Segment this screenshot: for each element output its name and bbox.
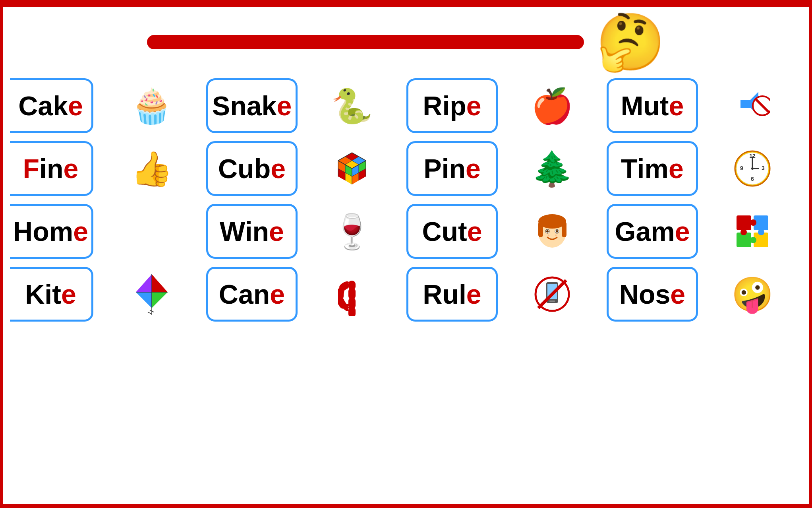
svg-text:6: 6: [751, 176, 754, 182]
word-box-cube: Cube: [206, 141, 298, 196]
title-box: [147, 35, 584, 49]
grid-cell-r1-c7: 12 9 3 6: [704, 139, 801, 198]
svg-marker-59: [152, 274, 168, 292]
grid-cell-r0-c4: Ripe: [404, 76, 501, 136]
svg-point-57: [750, 237, 756, 243]
emoji-cute: [526, 204, 578, 259]
grid-cell-r3-c0: Kite: [3, 264, 100, 324]
svg-rect-74: [549, 301, 555, 302]
grid-cell-r3-c7: 🤪: [704, 264, 801, 324]
word-box-ripe: Ripe: [406, 78, 498, 133]
emoji-ripe: 🍎: [526, 78, 578, 133]
grid-cell-r1-c6: Time: [604, 139, 701, 198]
bottom-bar: [3, 504, 812, 508]
word-box-cake: Cake: [10, 78, 93, 133]
svg-point-47: [556, 230, 558, 233]
word-text-mute: Mute: [621, 90, 684, 121]
grid-cell-r3-c5: [504, 264, 601, 324]
grid-cell-r2-c1: [103, 202, 200, 261]
word-box-nose: Nose: [607, 267, 698, 322]
word-text-cube: Cube: [218, 153, 286, 184]
grid-cell-r3-c6: Nose: [604, 264, 701, 324]
emoji-kite: [126, 267, 178, 322]
word-text-cute: Cute: [422, 216, 482, 247]
word-text-snake: Snake: [212, 90, 292, 121]
word-box-game: Game: [607, 204, 698, 259]
svg-rect-43: [562, 221, 566, 237]
svg-text:3: 3: [762, 165, 765, 171]
grid-cell-r3-c1: [103, 264, 200, 324]
word-text-game: Game: [615, 216, 690, 247]
word-box-mute: Mute: [607, 78, 698, 133]
word-text-pine: Pine: [423, 153, 481, 184]
emoji-pine: 🌲: [526, 141, 578, 196]
grid-cell-r3-c3: [304, 264, 400, 324]
grid-cell-r2-c0: Home: [3, 202, 100, 261]
grid-cell-r3-c2: Cane: [203, 264, 300, 324]
grid-cell-r1-c2: Cube: [203, 139, 300, 198]
top-bar: [3, 3, 809, 7]
grid-cell-r0-c7: [704, 76, 801, 136]
emoji-rule: [526, 267, 578, 322]
svg-rect-50: [737, 215, 751, 230]
thinking-emoji: 🤔: [596, 14, 665, 70]
grid-cell-r0-c5: 🍎: [504, 76, 601, 136]
grid-cell-r2-c4: Cute: [404, 202, 501, 261]
word-text-home: Home: [13, 216, 88, 247]
svg-marker-62: [152, 292, 168, 308]
emoji-cube: [326, 141, 378, 196]
emoji-cake: 🧁: [126, 78, 178, 133]
emoji-wine: 🍷: [326, 204, 378, 259]
svg-rect-42: [538, 221, 543, 237]
word-box-fine: Fine: [10, 141, 93, 196]
grid-cell-r1-c0: Fine: [3, 139, 100, 198]
word-box-cane: Cane: [206, 267, 298, 322]
emoji-fine: 👍: [126, 141, 178, 196]
word-grid: Cake🧁Snake🐍Ripe🍎Mute Fine👍Cube: [3, 74, 809, 482]
header: 🤔: [3, 7, 809, 74]
emoji-game: [727, 204, 778, 259]
grid-cell-r3-c4: Rule: [404, 264, 501, 324]
grid-cell-r0-c6: Mute: [604, 76, 701, 136]
word-text-time: Time: [621, 153, 684, 184]
svg-text:9: 9: [740, 165, 743, 171]
grid-cell-r1-c3: [304, 139, 400, 198]
word-box-cute: Cute: [406, 204, 498, 259]
svg-marker-61: [136, 292, 152, 308]
svg-point-46: [546, 230, 549, 233]
word-text-kite: Kite: [25, 279, 76, 310]
emoji-home: [126, 204, 178, 259]
grid-cell-r0-c0: Cake: [3, 76, 100, 136]
word-box-snake: Snake: [206, 78, 298, 133]
word-text-ripe: Ripe: [423, 90, 481, 121]
svg-point-55: [740, 229, 747, 235]
word-text-fine: Fine: [23, 153, 79, 184]
grid-cell-r0-c1: 🧁: [103, 76, 200, 136]
grid-cell-r1-c4: Pine: [404, 139, 501, 198]
word-box-time: Time: [607, 141, 698, 196]
svg-point-39: [751, 167, 754, 170]
word-box-kite: Kite: [10, 267, 93, 322]
word-box-wine: Wine: [206, 204, 298, 259]
word-text-wine: Wine: [220, 216, 284, 247]
grid-cell-r0-c3: 🐍: [304, 76, 400, 136]
grid-cell-r0-c2: Snake: [203, 76, 300, 136]
word-box-rule: Rule: [406, 267, 498, 322]
word-box-pine: Pine: [406, 141, 498, 196]
svg-point-54: [750, 219, 756, 226]
svg-line-67: [148, 312, 152, 314]
svg-point-56: [758, 229, 764, 235]
svg-point-49: [555, 235, 557, 236]
word-text-cane: Cane: [219, 279, 285, 310]
emoji-cane: [326, 267, 378, 322]
grid-cell-r2-c7: [704, 202, 801, 261]
emoji-time: 12 9 3 6: [727, 141, 778, 196]
word-text-rule: Rule: [423, 279, 481, 310]
grid-cell-r1-c1: 👍: [103, 139, 200, 198]
grid-cell-r2-c6: Game: [604, 202, 701, 261]
grid-cell-r2-c2: Wine: [203, 202, 300, 261]
grid-cell-r1-c5: 🌲: [504, 139, 601, 198]
emoji-snake: 🐍: [326, 78, 378, 133]
emoji-mute: [727, 78, 778, 133]
svg-point-48: [548, 235, 549, 236]
